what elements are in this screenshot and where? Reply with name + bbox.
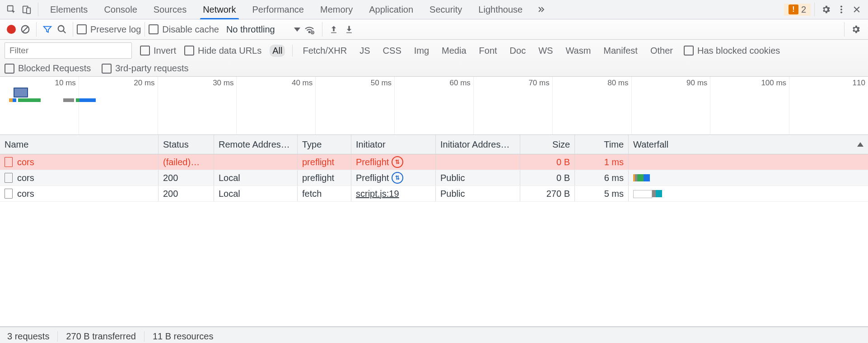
resource-type-filters: AllFetch/XHRJSCSSImgMediaFontDocWSWasmMa… (270, 45, 676, 57)
close-icon[interactable] (849, 2, 864, 17)
tab-memory[interactable]: Memory (312, 0, 361, 19)
table-row[interactable]: cors200Localfetchscript.js:19Public270 B… (0, 186, 868, 202)
tick-label: 80 ms (607, 79, 628, 88)
svg-point-7 (58, 26, 64, 32)
col-type[interactable]: Type (298, 135, 351, 154)
tab-performance[interactable]: Performance (244, 0, 313, 19)
type-filter-doc[interactable]: Doc (507, 45, 529, 57)
initiator-value[interactable]: script.js:19 (356, 189, 399, 199)
panel-settings-icon[interactable] (848, 24, 863, 34)
record-button[interactable] (5, 25, 18, 34)
type-value: preflight (302, 173, 334, 183)
kebab-icon[interactable] (834, 2, 849, 17)
status-transferred: 270 B transferred (58, 331, 145, 342)
divider (844, 22, 845, 37)
initiator-address: Public (440, 173, 465, 183)
table-row[interactable]: cors200LocalpreflightPreflight⇅Public0 B… (0, 170, 868, 186)
tab-security[interactable]: Security (421, 0, 470, 19)
svg-point-5 (840, 11, 842, 13)
request-name: cors (17, 173, 34, 183)
type-filter-js[interactable]: JS (357, 45, 373, 57)
tick-label: 100 ms (761, 79, 786, 88)
type-filter-wasm[interactable]: Wasm (563, 45, 593, 57)
preflight-icon: ⇅ (392, 156, 403, 168)
network-toolbar: Preserve log Disable cache No throttling (0, 19, 868, 40)
tab-lighthouse[interactable]: Lighthouse (470, 0, 531, 19)
tab-application[interactable]: Application (361, 0, 421, 19)
upload-icon[interactable] (326, 25, 341, 34)
col-size[interactable]: Size (520, 135, 575, 154)
col-waterfall[interactable]: Waterfall (629, 135, 868, 154)
overview-bars (9, 98, 41, 102)
initiator-value[interactable]: Preflight (356, 173, 389, 183)
type-filter-all[interactable]: All (270, 45, 285, 57)
size-value: 270 B (546, 189, 570, 199)
issues-badge[interactable]: ! 2 (784, 4, 811, 16)
sort-asc-icon (857, 142, 863, 147)
status-value: 200 (163, 173, 178, 183)
chevron-down-icon (294, 28, 300, 32)
timeline-overview[interactable]: 10 ms20 ms30 ms40 ms50 ms60 ms70 ms80 ms… (0, 77, 868, 135)
col-status[interactable]: Status (159, 135, 214, 154)
time-value: 5 ms (604, 189, 624, 199)
type-filter-img[interactable]: Img (411, 45, 432, 57)
initiator-value[interactable]: Preflight (356, 157, 389, 167)
filter-input[interactable] (5, 42, 132, 59)
settings-icon[interactable] (818, 2, 834, 17)
divider (38, 3, 38, 16)
panel-tabs: ElementsConsoleSourcesNetworkPerformance… (42, 0, 531, 19)
preserve-log-checkbox[interactable]: Preserve log (77, 24, 141, 35)
tab-console[interactable]: Console (96, 0, 145, 19)
tab-sources[interactable]: Sources (145, 0, 195, 19)
type-filter-media[interactable]: Media (439, 45, 469, 57)
blocked-cookies-checkbox[interactable]: Has blocked cookies (684, 46, 780, 56)
throttling-select[interactable]: No throttling (226, 24, 300, 35)
type-filter-css[interactable]: CSS (380, 45, 404, 57)
col-time[interactable]: Time (575, 135, 629, 154)
divider (145, 22, 145, 37)
type-filter-fetchxhr[interactable]: Fetch/XHR (300, 45, 350, 57)
type-filter-ws[interactable]: WS (536, 45, 555, 57)
network-conditions-icon[interactable] (300, 24, 318, 35)
tick-label: 90 ms (686, 79, 707, 88)
download-icon[interactable] (341, 25, 357, 34)
col-name[interactable]: Name (0, 135, 159, 154)
inspect-icon[interactable] (4, 2, 19, 17)
filter-icon[interactable] (40, 24, 55, 34)
divider (73, 22, 73, 37)
type-value: preflight (302, 157, 334, 167)
tab-elements[interactable]: Elements (42, 0, 96, 19)
col-remote[interactable]: Remote Addres… (214, 135, 298, 154)
third-party-checkbox[interactable]: 3rd-party requests (102, 63, 188, 74)
request-name: cors (17, 157, 34, 167)
status-resources: 11 B resources (145, 331, 222, 342)
clear-icon[interactable] (18, 24, 33, 34)
type-filter-other[interactable]: Other (648, 45, 676, 57)
svg-rect-2 (27, 8, 30, 14)
table-header: Name Status Remote Addres… Type Initiato… (0, 135, 868, 154)
search-icon[interactable] (55, 24, 69, 34)
type-filter-font[interactable]: Font (476, 45, 500, 57)
tick-label: 40 ms (292, 79, 313, 88)
file-icon (5, 173, 13, 183)
overview-selection[interactable] (14, 88, 28, 97)
col-initiator[interactable]: Initiator (351, 135, 436, 154)
filter-bar: Invert Hide data URLs AllFetch/XHRJSCSSI… (0, 40, 868, 77)
table-row[interactable]: cors(failed)…preflightPreflight⇅0 B1 ms (0, 154, 868, 170)
col-initiator-address[interactable]: Initiator Addres… (436, 135, 520, 154)
device-toggle-icon[interactable] (19, 2, 34, 17)
hide-data-urls-checkbox[interactable]: Hide data URLs (184, 46, 261, 56)
table-body: cors(failed)…preflightPreflight⇅0 B1 msc… (0, 154, 868, 326)
devtools-tabbar: ElementsConsoleSourcesNetworkPerformance… (0, 0, 868, 19)
svg-point-8 (308, 32, 310, 33)
file-icon (5, 157, 13, 167)
tick-label: 30 ms (213, 79, 233, 88)
blocked-requests-checkbox[interactable]: Blocked Requests (5, 63, 91, 74)
tick-label: 10 ms (55, 79, 76, 88)
type-filter-manifest[interactable]: Manifest (601, 45, 640, 57)
tick-label: 60 ms (450, 79, 471, 88)
disable-cache-checkbox[interactable]: Disable cache (149, 24, 219, 35)
tab-network[interactable]: Network (195, 0, 244, 19)
more-tabs-icon[interactable] (533, 2, 549, 17)
invert-checkbox[interactable]: Invert (140, 46, 176, 56)
